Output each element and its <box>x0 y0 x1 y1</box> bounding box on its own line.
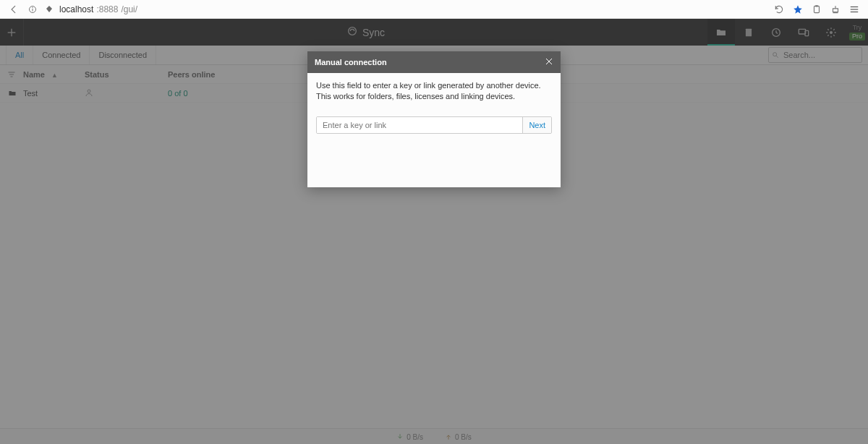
clipboard-icon[interactable] <box>810 3 823 16</box>
info-icon[interactable] <box>26 3 39 16</box>
security-badge-icon[interactable] <box>829 3 842 16</box>
next-button[interactable]: Next <box>522 117 551 133</box>
url-bar[interactable]: localhost:8888/gui/ <box>59 4 137 14</box>
url-path: /gui/ <box>121 4 137 14</box>
url-host: localhost <box>59 4 93 14</box>
close-icon <box>545 57 553 66</box>
url-port: :8888 <box>96 4 118 14</box>
svg-rect-3 <box>814 6 820 12</box>
close-button[interactable] <box>545 57 553 67</box>
reload-button[interactable] <box>773 3 786 16</box>
manual-connection-modal: Manual connection Use this field to ente… <box>307 51 561 187</box>
bookmark-icon[interactable] <box>791 3 804 16</box>
svg-point-2 <box>32 7 33 7</box>
modal-description: Use this field to enter a key or link ge… <box>307 73 561 109</box>
menu-button[interactable] <box>848 3 861 16</box>
svg-rect-4 <box>815 5 818 7</box>
security-icon[interactable] <box>45 3 54 16</box>
key-input[interactable] <box>317 117 522 133</box>
modal-title: Manual connection <box>315 58 387 67</box>
back-button[interactable] <box>7 3 20 16</box>
